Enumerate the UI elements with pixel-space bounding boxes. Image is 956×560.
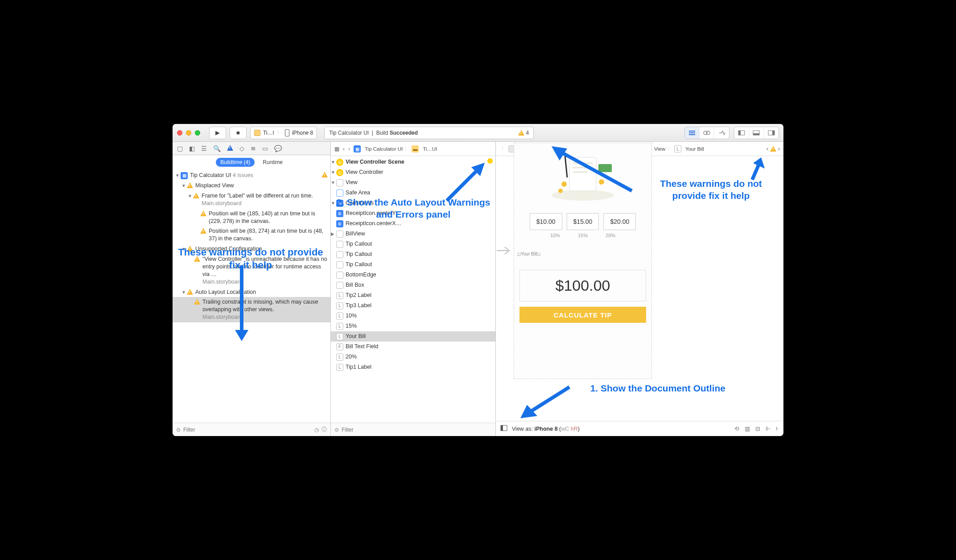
find-nav-icon[interactable]: ☰ <box>201 145 207 152</box>
scheme-name: Ti…I <box>263 130 274 136</box>
constraint-item[interactable]: ⊞ReceiptIcon.centerX… <box>331 218 495 229</box>
outline-item[interactable]: L20% <box>331 352 495 362</box>
group-autolayout[interactable]: Auto Layout Localization <box>173 287 330 297</box>
issues-project-row[interactable]: ▦ Tip Calculator UI 4 issues <box>173 170 330 181</box>
outline-item[interactable]: Tip Callout <box>331 249 495 259</box>
breakpoint-nav-icon[interactable]: ▭ <box>262 145 268 152</box>
pin-icon[interactable]: ⊩ <box>766 425 771 432</box>
warning-icon <box>187 289 193 295</box>
back-icon[interactable]: ‹ <box>343 146 345 152</box>
outline-item[interactable]: Tip Callout <box>331 239 495 249</box>
toggle-right-panel-button[interactable] <box>764 127 779 139</box>
search-nav-icon[interactable]: 🔍 <box>213 145 221 152</box>
document-outline-tree[interactable]: ◎View Controller Scene→ ◎View Controller… <box>331 156 495 423</box>
tip-box-1[interactable]: $10.00 <box>530 213 562 230</box>
close-icon[interactable] <box>177 130 182 136</box>
view-as-device[interactable]: iPhone 8 <box>535 426 558 432</box>
safearea-row[interactable]: Safe Area <box>331 188 495 198</box>
tab-buildtime[interactable]: Buildtime (4) <box>216 158 255 167</box>
outline-item[interactable]: LTip3 Label <box>331 301 495 311</box>
tip-box-3[interactable]: $20.00 <box>603 213 636 230</box>
outline-item[interactable]: Bill Box <box>331 280 495 290</box>
issues-filter-input[interactable] <box>183 427 312 433</box>
outline-item[interactable]: BottomEdge <box>331 270 495 280</box>
minimize-icon[interactable] <box>186 130 191 136</box>
toggle-outline-button[interactable] <box>500 425 507 432</box>
issue-row[interactable]: Position will be (83, 274) at run time b… <box>173 226 330 244</box>
assistant-editor-button[interactable] <box>700 127 714 139</box>
embed-icon[interactable]: ▥ <box>745 425 750 432</box>
run-button[interactable]: ▶ <box>209 127 226 139</box>
billview-row[interactable]: BillView <box>331 229 495 239</box>
jump-bar[interactable]: ▦ ‹ › ▦Tip Calculator UI〉 ▬Ti…UI <box>331 142 495 156</box>
group-label: Misplaced View <box>195 182 328 189</box>
outline-item[interactable]: L15% <box>331 321 495 331</box>
filter-icon[interactable]: ⊝ <box>334 427 339 433</box>
project-nav-icon[interactable]: ▢ <box>177 145 183 152</box>
stop-button[interactable]: ■ <box>230 127 247 139</box>
issues-tree[interactable]: ▦ Tip Calculator UI 4 issues Misplaced V… <box>173 169 330 423</box>
svg-point-20 <box>561 181 567 187</box>
status-warning[interactable]: 4 <box>518 130 529 136</box>
toggle-left-panel-button[interactable] <box>734 127 749 139</box>
resolve-icon[interactable]: ⊦ <box>776 425 779 432</box>
test-nav-icon[interactable]: ◇ <box>239 145 244 152</box>
outline-item[interactable]: LTip1 Label <box>331 362 495 372</box>
forward-icon[interactable]: › <box>348 146 350 152</box>
constraints-row[interactable]: ⊞Constraints <box>331 198 495 208</box>
update-frames-icon[interactable]: ⟲ <box>734 425 739 432</box>
related-items-icon[interactable]: ▦ <box>334 146 339 152</box>
device-frame[interactable]: $10.00 $15.00 $20.00 10% 15% 20% ◻Your B… <box>514 143 652 379</box>
calculate-button[interactable]: CALCULATE TIP <box>519 307 646 323</box>
folder-icon: ▬ <box>412 145 419 152</box>
group-unsupported[interactable]: Unsupported Configuration <box>173 244 330 254</box>
warning-icon[interactable] <box>770 146 776 152</box>
issue-row[interactable]: "View Controller" is unreachable because… <box>173 254 330 287</box>
outline-item[interactable]: LTip2 Label <box>331 290 495 301</box>
version-editor-button[interactable] <box>714 127 729 139</box>
interface-builder-canvas[interactable]: $10.00 $15.00 $20.00 10% 15% 20% ◻Your B… <box>496 156 783 421</box>
prev-issue-icon[interactable]: ‹ <box>766 146 768 152</box>
debug-nav-icon[interactable]: ≋ <box>251 145 256 152</box>
outline-item-selected[interactable]: LYour Bill <box>331 331 495 342</box>
view-row[interactable]: View <box>331 177 495 188</box>
view-icon <box>336 241 343 248</box>
align-icon[interactable]: ⊟ <box>755 425 760 432</box>
next-issue-icon[interactable]: › <box>778 146 780 152</box>
bill-amount-box[interactable]: $100.00 <box>519 270 646 301</box>
activity-status[interactable]: Tip Calculator UI | Build Succeeded 4 <box>324 127 534 139</box>
tips-row: $10.00 $15.00 $20.00 <box>519 213 646 230</box>
warning-icon <box>321 172 328 177</box>
recent-icon[interactable]: ◷ <box>314 427 319 433</box>
issue-row[interactable]: Frame for "Label" will be different at r… <box>173 191 330 209</box>
view-icon <box>336 282 343 289</box>
scene-row[interactable]: ◎View Controller Scene→ <box>331 157 495 167</box>
outline-item[interactable]: L10% <box>331 311 495 321</box>
outline-item[interactable]: Tip Callout <box>331 259 495 270</box>
issues-nav-icon[interactable] <box>227 145 233 152</box>
outline-filter-input[interactable] <box>342 427 492 433</box>
zoom-icon[interactable] <box>195 130 200 136</box>
view-icon <box>336 272 343 279</box>
layout-tools: ⟲ ▥ ⊟ ⊩ ⊦ <box>734 425 779 432</box>
issue-row[interactable]: Position will be (185, 140) at run time … <box>173 209 330 226</box>
issue-file: Main.storyboard <box>202 200 242 206</box>
label-icon: L <box>336 323 343 330</box>
constraint-item[interactable]: ⊞ReceiptIcon.centerY… <box>331 208 495 218</box>
standard-editor-button[interactable] <box>685 127 700 139</box>
issue-row-selected[interactable]: Trailing constraint is missing, which ma… <box>173 297 330 322</box>
tip-box-2[interactable]: $15.00 <box>567 213 599 230</box>
bill-label-handles[interactable]: ◻Your Bill◻ <box>517 251 646 256</box>
filter-icon[interactable]: ⊝ <box>176 427 181 433</box>
outline-item[interactable]: FBill Text Field <box>331 342 495 352</box>
group-misplaced-view[interactable]: Misplaced View <box>173 181 330 191</box>
tab-runtime[interactable]: Runtime <box>258 158 287 167</box>
symbol-nav-icon[interactable]: ◧ <box>189 145 195 152</box>
scheme-selector[interactable]: Ti…I 〉 iPhone 8 <box>250 127 317 139</box>
warning-dot-icon[interactable]: → <box>487 158 493 164</box>
constraints-icon: ⊞ <box>336 200 343 207</box>
vc-row[interactable]: ◎View Controller <box>331 167 495 177</box>
toggle-bottom-panel-button[interactable] <box>749 127 764 139</box>
scope-icon[interactable]: ⓘ <box>321 426 327 433</box>
report-nav-icon[interactable]: 💬 <box>274 145 282 152</box>
